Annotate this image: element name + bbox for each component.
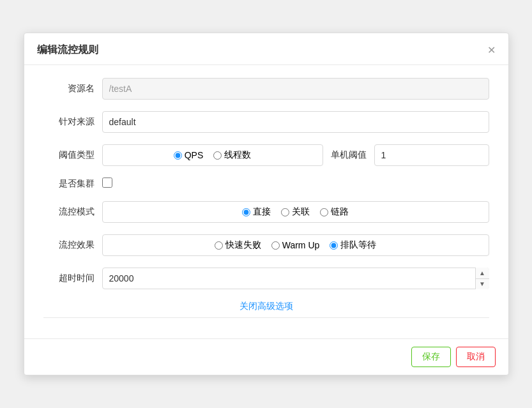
radio-fail-fast-label: 快速失败 bbox=[225, 239, 261, 251]
cluster-label: 是否集群 bbox=[43, 178, 95, 190]
source-control bbox=[102, 111, 489, 133]
threshold-type-row: 阈值类型 QPS 线程数 单机阈值 bbox=[43, 144, 489, 166]
cluster-checkbox[interactable] bbox=[102, 178, 112, 188]
radio-direct-label: 直接 bbox=[253, 206, 271, 218]
flow-mode-row: 流控模式 直接 关联 链路 bbox=[43, 201, 489, 223]
dialog-footer: 保存 取消 bbox=[24, 338, 508, 375]
save-button[interactable]: 保存 bbox=[411, 347, 451, 367]
source-input[interactable] bbox=[102, 111, 489, 133]
radio-related-label: 关联 bbox=[292, 206, 310, 218]
resource-input[interactable] bbox=[102, 78, 489, 100]
source-label: 针对来源 bbox=[43, 116, 95, 128]
resource-label: 资源名 bbox=[43, 83, 95, 94]
cancel-button[interactable]: 取消 bbox=[456, 347, 496, 367]
flow-effect-row: 流控效果 快速失败 Warm Up 排队等待 bbox=[43, 234, 489, 256]
radio-warm-up-label: Warm Up bbox=[282, 240, 320, 250]
radio-queue-label: 排队等待 bbox=[340, 239, 376, 251]
radio-qps[interactable]: QPS bbox=[174, 150, 204, 160]
timeout-input[interactable] bbox=[102, 268, 489, 289]
radio-direct[interactable]: 直接 bbox=[242, 206, 271, 218]
radio-chain-label: 链路 bbox=[331, 206, 349, 218]
edit-flow-rule-dialog: 编辑流控规则 ✕ 资源名 针对来源 阈值类型 QPS bbox=[24, 33, 509, 375]
resource-control bbox=[102, 78, 489, 100]
radio-direct-input[interactable] bbox=[242, 208, 250, 216]
close-advanced-section: 关闭高级选项 bbox=[43, 301, 489, 312]
radio-related[interactable]: 关联 bbox=[281, 206, 310, 218]
flow-effect-radio-group: 快速失败 Warm Up 排队等待 bbox=[102, 234, 489, 256]
footer-divider bbox=[43, 317, 489, 318]
radio-queue-input[interactable] bbox=[330, 241, 338, 250]
radio-fail-fast-input[interactable] bbox=[215, 241, 223, 250]
dialog-header: 编辑流控规则 ✕ bbox=[24, 33, 508, 65]
flow-effect-control: 快速失败 Warm Up 排队等待 bbox=[102, 234, 489, 256]
radio-qps-input[interactable] bbox=[174, 151, 182, 160]
source-row: 针对来源 bbox=[43, 111, 489, 133]
close-button[interactable]: ✕ bbox=[487, 45, 496, 56]
radio-threads-input[interactable] bbox=[213, 151, 222, 160]
timeout-row: 超时时间 ▲ ▼ bbox=[43, 268, 489, 289]
threshold-type-label: 阈值类型 bbox=[43, 149, 95, 161]
single-threshold-label: 单机阈值 bbox=[331, 149, 367, 161]
radio-chain[interactable]: 链路 bbox=[320, 206, 349, 218]
flow-mode-control: 直接 关联 链路 bbox=[102, 201, 489, 223]
radio-threads-label: 线程数 bbox=[224, 149, 251, 161]
timeout-input-wrap: ▲ ▼ bbox=[102, 268, 489, 289]
threshold-type-control: QPS 线程数 单机阈值 bbox=[102, 144, 489, 166]
timeout-control: ▲ ▼ bbox=[102, 268, 489, 289]
radio-related-input[interactable] bbox=[281, 208, 289, 216]
radio-threads[interactable]: 线程数 bbox=[213, 149, 251, 161]
cluster-control bbox=[102, 178, 489, 190]
spinner-up-button[interactable]: ▲ bbox=[476, 268, 489, 279]
timeout-label: 超时时间 bbox=[43, 273, 95, 284]
radio-warm-up-input[interactable] bbox=[271, 241, 280, 250]
radio-fail-fast[interactable]: 快速失败 bbox=[215, 239, 261, 251]
radio-chain-input[interactable] bbox=[320, 208, 328, 216]
radio-warm-up[interactable]: Warm Up bbox=[271, 240, 320, 250]
timeout-spinners: ▲ ▼ bbox=[475, 268, 489, 289]
resource-row: 资源名 bbox=[43, 78, 489, 100]
dialog-body: 资源名 针对来源 阈值类型 QPS bbox=[24, 65, 508, 338]
spinner-down-button[interactable]: ▼ bbox=[476, 279, 489, 290]
single-threshold-input[interactable] bbox=[374, 144, 489, 166]
threshold-type-radio-group: QPS 线程数 bbox=[102, 144, 323, 166]
radio-qps-label: QPS bbox=[185, 150, 204, 160]
cluster-row: 是否集群 bbox=[43, 178, 489, 190]
flow-mode-label: 流控模式 bbox=[43, 206, 95, 218]
flow-effect-label: 流控效果 bbox=[43, 239, 95, 251]
dialog-title: 编辑流控规则 bbox=[37, 43, 98, 57]
radio-queue[interactable]: 排队等待 bbox=[330, 239, 376, 251]
flow-mode-radio-group: 直接 关联 链路 bbox=[102, 201, 489, 223]
close-advanced-link[interactable]: 关闭高级选项 bbox=[239, 301, 293, 311]
